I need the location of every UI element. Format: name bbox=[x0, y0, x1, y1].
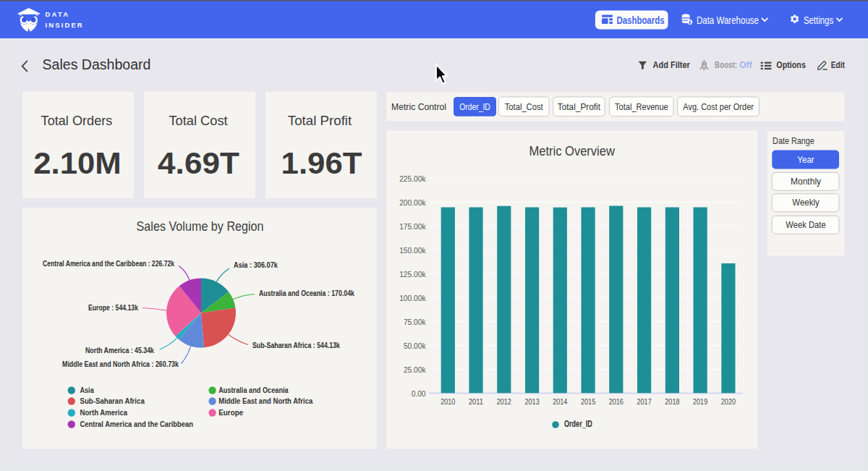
svg-text:2010: 2010 bbox=[441, 397, 455, 406]
svg-text:2013: 2013 bbox=[525, 397, 540, 406]
svg-text:Australia and Oceania : 170.04: Australia and Oceania : 170.04k bbox=[259, 289, 354, 297]
svg-text:Order_ID: Order_ID bbox=[564, 419, 592, 429]
svg-text:Europe : 544.13k: Europe : 544.13k bbox=[88, 303, 138, 312]
svg-text:Australia and Oceania: Australia and Oceania bbox=[218, 386, 289, 394]
svg-text:200.00k: 200.00k bbox=[399, 198, 426, 207]
svg-text:75.00k: 75.00k bbox=[404, 318, 426, 326]
svg-text:Middle East and North Africa: Middle East and North Africa bbox=[218, 396, 312, 405]
svg-text:2018: 2018 bbox=[665, 397, 679, 406]
svg-text:Add Filter: Add Filter bbox=[653, 60, 691, 70]
svg-text:Options: Options bbox=[776, 60, 806, 70]
svg-text:North America: North America bbox=[80, 408, 128, 417]
svg-text:Total_Cost: Total_Cost bbox=[505, 102, 544, 112]
svg-text:Sub-Saharan Africa : 544.13k: Sub-Saharan Africa : 544.13k bbox=[252, 341, 340, 349]
svg-text:150.00k: 150.00k bbox=[399, 246, 426, 255]
svg-text:2019: 2019 bbox=[693, 397, 707, 406]
svg-text:Metric Overview: Metric Overview bbox=[529, 143, 615, 158]
svg-text:Europe: Europe bbox=[218, 408, 243, 417]
svg-text:175.00k: 175.00k bbox=[399, 222, 426, 231]
svg-text:Central America and the Caribb: Central America and the Caribbean : 226.… bbox=[43, 259, 174, 268]
svg-text:2014: 2014 bbox=[553, 397, 567, 406]
svg-text:Boost:: Boost: bbox=[715, 60, 737, 70]
svg-text:2020: 2020 bbox=[721, 397, 736, 406]
svg-text:2016: 2016 bbox=[609, 397, 624, 406]
svg-text:Asia: Asia bbox=[80, 386, 94, 394]
svg-text:Dashboards: Dashboards bbox=[617, 14, 665, 26]
svg-text:North America : 45.34k: North America : 45.34k bbox=[85, 346, 154, 355]
svg-text:Total_Profit: Total_Profit bbox=[558, 102, 601, 112]
svg-text:225.00k: 225.00k bbox=[399, 174, 426, 183]
svg-text:1.96T: 1.96T bbox=[281, 146, 362, 180]
svg-text:2012: 2012 bbox=[497, 397, 511, 406]
svg-text:Week Date: Week Date bbox=[786, 220, 826, 230]
svg-text:2017: 2017 bbox=[637, 397, 652, 406]
svg-text:100.00k: 100.00k bbox=[399, 294, 426, 302]
svg-text:Metric Control: Metric Control bbox=[391, 102, 446, 112]
svg-text:Sales Dashboard: Sales Dashboard bbox=[43, 56, 151, 72]
svg-text:Total Cost: Total Cost bbox=[169, 113, 227, 128]
svg-text:2015: 2015 bbox=[581, 397, 595, 406]
svg-text:Total Orders: Total Orders bbox=[41, 113, 113, 128]
svg-text:Order_ID: Order_ID bbox=[459, 102, 490, 112]
svg-text:2.10M: 2.10M bbox=[33, 146, 122, 180]
svg-text:Settings: Settings bbox=[804, 14, 833, 26]
svg-text:Central America and the Caribb: Central America and the Caribbean bbox=[80, 420, 194, 428]
svg-text:4.69T: 4.69T bbox=[158, 146, 239, 180]
svg-text:125.00k: 125.00k bbox=[399, 270, 426, 279]
svg-text:Edit: Edit bbox=[831, 60, 845, 70]
svg-text:Data Warehouse: Data Warehouse bbox=[697, 14, 759, 26]
svg-text:50.00k: 50.00k bbox=[404, 341, 426, 350]
svg-text:Sales Volume by Region: Sales Volume by Region bbox=[137, 218, 264, 234]
svg-text:2011: 2011 bbox=[469, 397, 483, 406]
svg-text:Avg. Cost per Order: Avg. Cost per Order bbox=[683, 102, 754, 112]
svg-text:0.00: 0.00 bbox=[412, 389, 426, 398]
svg-text:Off: Off bbox=[739, 60, 753, 70]
svg-text:Middle East and North Africa :: Middle East and North Africa : 260.73k bbox=[62, 360, 179, 368]
svg-text:Sub-Saharan Africa: Sub-Saharan Africa bbox=[80, 396, 145, 405]
svg-text:Year: Year bbox=[797, 155, 814, 165]
svg-text:Weekly: Weekly bbox=[792, 198, 820, 208]
svg-text:25.00k: 25.00k bbox=[404, 365, 426, 374]
svg-text:Date Range: Date Range bbox=[773, 135, 814, 146]
svg-text:Total Profit: Total Profit bbox=[288, 113, 352, 128]
svg-text:Total_Revenue: Total_Revenue bbox=[615, 102, 668, 112]
svg-text:Asia : 306.07k: Asia : 306.07k bbox=[234, 260, 278, 269]
svg-text:Monthly: Monthly bbox=[791, 177, 822, 187]
